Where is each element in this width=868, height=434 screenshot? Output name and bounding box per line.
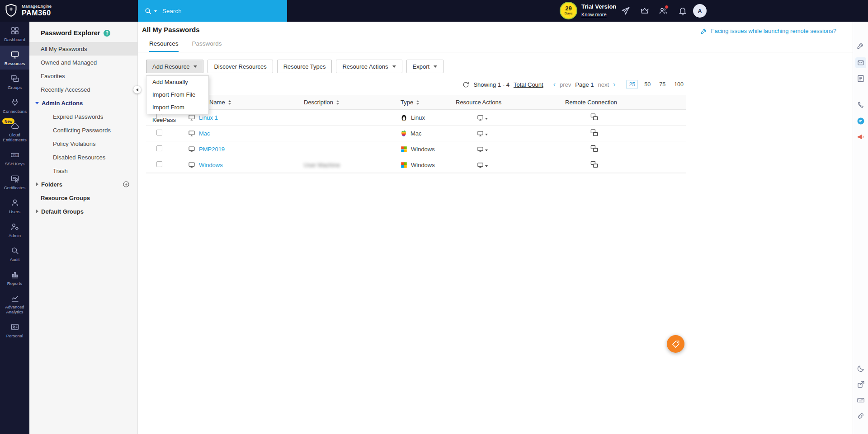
row-checkbox[interactable] <box>156 130 162 135</box>
know-more-link[interactable]: Know more <box>581 12 607 17</box>
row-checkbox[interactable] <box>156 145 162 151</box>
remote-connection-icon[interactable] <box>590 129 599 137</box>
discover-resources-button[interactable]: Discover Resources <box>208 60 273 73</box>
export-button[interactable]: Export <box>406 60 444 73</box>
menu-item-import-from-keepass[interactable]: Import From KeePass <box>146 101 208 114</box>
total-count-link[interactable]: Total Count <box>514 81 543 88</box>
trial-days-label: Days <box>564 11 572 15</box>
search-input[interactable] <box>162 8 266 14</box>
user-avatar[interactable]: A <box>693 4 707 18</box>
rail-item-groups[interactable]: Groups <box>0 70 29 93</box>
tools-icon[interactable] <box>857 42 865 50</box>
sidebar-item-disabled-resources[interactable]: Disabled Resources <box>29 150 137 164</box>
resource-types-button[interactable]: Resource Types <box>277 60 332 73</box>
rail-item-certificates[interactable]: Certificates <box>0 170 29 194</box>
sidebar-item-recently-accessed[interactable]: Recently Accessed <box>29 83 137 96</box>
add-folder-icon[interactable] <box>123 181 130 188</box>
resource-name-link[interactable]: Mac <box>199 130 210 137</box>
active-users-icon[interactable] <box>659 6 668 15</box>
license-crown-icon[interactable] <box>640 6 649 15</box>
notifications-bell-icon[interactable] <box>678 6 687 15</box>
page-size-75[interactable]: 75 <box>657 80 668 89</box>
column-header-description[interactable]: Description <box>304 99 333 106</box>
next-button[interactable]: next <box>598 81 609 88</box>
rail-item-cloud-entitlements[interactable]: New Cloud Entitlements <box>0 117 29 146</box>
add-resource-button[interactable]: Add Resource <box>146 60 203 73</box>
sidebar-item-resource-groups[interactable]: Resource Groups <box>29 191 137 205</box>
sidebar-item-favorites[interactable]: Favorites <box>29 69 137 83</box>
remote-session-help-link[interactable]: Facing issues while launching remote ses… <box>700 27 836 35</box>
search-icon[interactable] <box>144 7 152 15</box>
sidebar-item-default-groups[interactable]: Default Groups <box>29 205 137 218</box>
sidebar-item-conflicting-passwords[interactable]: Conflicting Passwords <box>29 123 137 137</box>
rail-item-reports[interactable]: Reports <box>0 266 29 289</box>
quick-links-icon[interactable] <box>857 412 865 420</box>
page-size-100[interactable]: 100 <box>672 80 686 89</box>
row-checkbox[interactable] <box>156 161 162 167</box>
sidebar-item-policy-violations[interactable]: Policy Violations <box>29 137 137 150</box>
dark-mode-icon[interactable] <box>857 364 865 373</box>
resource-actions-menu[interactable] <box>456 162 565 168</box>
tab-resources[interactable]: Resources <box>149 40 179 52</box>
rail-item-personal[interactable]: Personal <box>0 318 29 342</box>
search-scope-caret-icon[interactable] <box>154 10 157 12</box>
rail-item-connections[interactable]: Connections <box>0 93 29 117</box>
phone-icon[interactable] <box>857 101 865 109</box>
remote-connection-icon[interactable] <box>590 160 599 168</box>
rail-item-audit[interactable]: Audit <box>0 242 29 266</box>
announcements-icon[interactable] <box>857 133 865 141</box>
prev-button[interactable]: prev <box>560 81 571 88</box>
page-size-50[interactable]: 50 <box>642 80 653 89</box>
sort-icon[interactable] <box>416 100 419 105</box>
sidebar-collapse-button[interactable] <box>133 86 141 93</box>
sidebar-item-owned-and-managed[interactable]: Owned and Managed <box>29 56 137 69</box>
next-chevron-icon[interactable]: › <box>613 81 615 88</box>
brand-pam360: PAM360 <box>22 9 52 17</box>
rail-item-users[interactable]: Users <box>0 194 29 218</box>
column-header-resource-actions: Resource Actions <box>456 99 501 106</box>
tab-passwords[interactable]: Passwords <box>192 40 222 52</box>
rail-item-admin[interactable]: Admin <box>0 218 29 242</box>
menu-item-add-manually[interactable]: Add Manually <box>146 76 208 89</box>
sort-icon[interactable] <box>228 100 231 105</box>
brand-logo[interactable]: ManageEngine PAM360 <box>4 3 52 17</box>
help-icon[interactable]: ? <box>104 30 110 37</box>
column-header-name[interactable]: Name <box>209 99 225 106</box>
global-search <box>138 0 287 22</box>
sidebar-item-folders[interactable]: Folders <box>29 177 137 191</box>
refresh-icon[interactable] <box>462 81 469 88</box>
rail-item-dashboard[interactable]: Dashboard <box>0 22 29 46</box>
live-chat-icon[interactable] <box>857 117 865 125</box>
resource-actions-menu[interactable] <box>456 130 565 137</box>
tasks-icon[interactable] <box>857 75 865 83</box>
sidebar-item-expired-passwords[interactable]: Expired Passwords <box>29 110 137 123</box>
sidebar-item-admin-actions[interactable]: Admin Actions <box>29 96 137 110</box>
resource-actions-button[interactable]: Resource Actions <box>336 60 402 73</box>
rail-item-advanced-analytics[interactable]: Advanced Analytics <box>0 289 29 318</box>
remote-connection-icon[interactable] <box>590 113 599 121</box>
offers-fab-button[interactable] <box>667 335 684 353</box>
remote-connection-icon[interactable] <box>590 145 599 153</box>
menu-item-import-from-file[interactable]: Import From File <box>146 89 208 101</box>
prev-chevron-icon[interactable]: ‹ <box>553 81 556 88</box>
resource-name-link[interactable]: PMP2019 <box>199 146 225 153</box>
resource-name-link[interactable]: Linux 1 <box>199 114 218 121</box>
resources-table: Name Description Type Resource Actions R… <box>146 95 686 173</box>
rail-item-ssh-keys[interactable]: SSH SSH Keys <box>0 146 29 170</box>
whats-new-icon[interactable] <box>621 6 630 15</box>
page-size-25[interactable]: 25 <box>626 80 638 89</box>
sidebar-item-trash[interactable]: Trash <box>29 164 137 177</box>
rail-item-resources[interactable]: Resources <box>0 46 29 70</box>
sort-icon[interactable] <box>336 100 339 105</box>
resources-icon <box>10 50 19 59</box>
resource-actions-menu[interactable] <box>456 114 565 121</box>
mail-icon[interactable] <box>855 57 866 68</box>
sidebar-item-all-my-passwords[interactable]: All My Passwords <box>29 42 137 56</box>
resource-description-redacted: User Machine <box>304 162 340 168</box>
share-feedback-icon[interactable] <box>857 380 865 388</box>
shortcuts-keyboard-icon[interactable] <box>857 396 865 404</box>
resource-actions-menu[interactable] <box>456 146 565 153</box>
resource-password-tabs: Resources Passwords <box>138 40 853 52</box>
resource-name-link[interactable]: Windows <box>199 162 223 168</box>
column-header-type[interactable]: Type <box>401 99 413 106</box>
